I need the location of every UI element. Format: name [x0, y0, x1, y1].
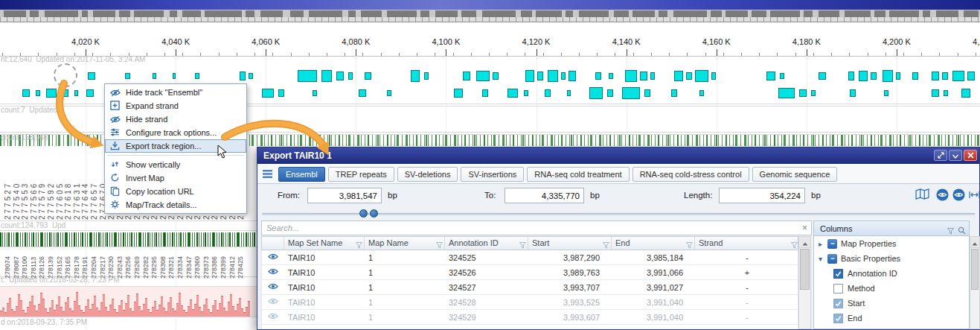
- tab-sv-insertions[interactable]: SV-insertions: [461, 167, 524, 182]
- menu-item-map-track-details[interactable]: Map/Track details...: [105, 198, 246, 212]
- table-row[interactable]: TAIR1013245273,993,7073,991,027-: [262, 280, 798, 295]
- scroll-up-button[interactable]: [799, 237, 810, 248]
- filter-funnel-icon[interactable]: [436, 240, 443, 250]
- column-header-end[interactable]: End: [612, 237, 695, 250]
- filter-funnel-icon[interactable]: [603, 240, 609, 250]
- menu-item-copy-location-url[interactable]: Copy location URL: [105, 185, 246, 198]
- menu-item-show-vertically[interactable]: Show vertically: [105, 158, 246, 171]
- tree-group-map-properties[interactable]: ▸Map Properties: [814, 236, 969, 251]
- ruler-label: 4,060 K: [252, 37, 280, 46]
- sliders-icon: [110, 127, 121, 138]
- filter-funnel-icon[interactable]: [791, 240, 798, 250]
- hide-all-eye-button[interactable]: [952, 188, 965, 204]
- menu-item-hide-strand[interactable]: Hide strand: [105, 112, 246, 126]
- gene-glyph: [482, 89, 488, 97]
- show-all-eye-button[interactable]: [936, 188, 949, 204]
- to-label: To:: [484, 191, 496, 200]
- row-visibility-eye-icon[interactable]: [262, 250, 284, 264]
- caret-right-icon[interactable]: ▸: [819, 240, 827, 248]
- tree-item-annotation-id[interactable]: Annotation ID: [814, 266, 969, 281]
- checkbox-label: Annotation ID: [848, 269, 897, 278]
- to-input[interactable]: [505, 188, 584, 203]
- gene-glyph: [952, 71, 964, 81]
- gene-glyph: [321, 70, 332, 82]
- checkbox[interactable]: [833, 299, 843, 308]
- filter-funnel-icon[interactable]: [947, 224, 954, 239]
- row-visibility-eye-icon[interactable]: [262, 265, 284, 279]
- chromosome-overview-bar[interactable]: [0, 10, 980, 22]
- coordinate-ruler[interactable]: 4,020 K4,040 K4,060 K4,080 K4,100 K4,120…: [0, 22, 980, 57]
- checkbox[interactable]: [833, 284, 843, 293]
- maximize-button[interactable]: [934, 150, 947, 161]
- tab-rna-seq-cold-stress-control[interactable]: RNA-seq cold-stress control: [632, 167, 749, 182]
- table-row[interactable]: TAIR1013245293,993,6073,991,040-: [262, 310, 798, 325]
- row-visibility-eye-icon[interactable]: [262, 295, 284, 309]
- filter-funnel-icon[interactable]: [356, 240, 362, 250]
- length-input[interactable]: [719, 188, 805, 203]
- gene-track-forward-strand[interactable]: [0, 69, 980, 83]
- from-input[interactable]: [307, 188, 382, 203]
- filter-funnel-icon[interactable]: [519, 240, 526, 250]
- menu-item-invert-map[interactable]: Invert Map: [105, 171, 246, 185]
- tree-item-start[interactable]: Start: [814, 296, 969, 311]
- slider-handle-right[interactable]: [370, 209, 378, 218]
- table-row[interactable]: TAIR1013245253,987,2903,985,184-: [262, 250, 798, 265]
- scrollbar-thumb[interactable]: [971, 249, 979, 290]
- from-unit-label: bp: [388, 191, 397, 200]
- clear-search-icon[interactable]: ×: [802, 223, 807, 233]
- tab-ensembl[interactable]: Ensembl: [278, 167, 325, 182]
- region-range-slider[interactable]: [257, 208, 979, 220]
- table-row[interactable]: TAIR1013245283,993,5253,991,040-: [262, 295, 798, 310]
- tab-rna-seq-cold-treatment[interactable]: RNA-seq cold treatment: [527, 167, 629, 182]
- export-tabs-bar: EnsemblTREP repeatsSV-deletionsSV-insert…: [257, 164, 979, 184]
- tree-group-basic-properties[interactable]: ▾Basic Properties: [814, 251, 969, 266]
- tab-sv-deletions[interactable]: SV-deletions: [397, 167, 458, 182]
- column-header-annotation-id[interactable]: Annotation ID: [445, 237, 528, 250]
- tab-trep-repeats[interactable]: TREP repeats: [328, 167, 394, 182]
- checkbox[interactable]: [833, 314, 843, 323]
- column-header-map-set-name[interactable]: Map Set Name: [284, 237, 365, 250]
- tree-item-end[interactable]: End: [814, 311, 969, 326]
- coverage-histogram-track[interactable]: [0, 287, 259, 317]
- close-button[interactable]: [964, 150, 977, 161]
- table-cell: TAIR10: [284, 310, 365, 324]
- scroll-up-button[interactable]: [970, 237, 979, 248]
- eye-icon: [268, 310, 278, 324]
- column-header-visibility[interactable]: [262, 237, 284, 250]
- tab-genomic-sequence[interactable]: Genomic sequence: [752, 167, 838, 182]
- dialog-titlebar[interactable]: Export TAIR10 1: [257, 147, 979, 164]
- fit-width-button[interactable]: [969, 188, 980, 202]
- gene-glyph: [336, 72, 344, 80]
- columns-panel-scrollbar[interactable]: [970, 236, 980, 329]
- row-visibility-eye-icon[interactable]: [262, 310, 284, 324]
- map-view-button[interactable]: [915, 188, 929, 203]
- window-controls: [934, 150, 977, 161]
- column-header-start[interactable]: Start: [528, 237, 612, 250]
- overview-density-segment: [845, 10, 871, 17]
- track-meta-text: t: Updated on:2018-03-28, 7:23 PM: [1, 276, 120, 284]
- menu-item-expand-strand[interactable]: Expand strand: [105, 99, 246, 112]
- menu-item-hide-track-ensembl[interactable]: Hide track "Ensembl": [105, 86, 246, 99]
- row-visibility-eye-icon[interactable]: [262, 280, 284, 294]
- column-header-strand[interactable]: Strand: [695, 237, 799, 250]
- caret-down-icon[interactable]: ▾: [819, 255, 827, 263]
- tree-item-method[interactable]: Method: [814, 281, 969, 296]
- arrows-v-icon: [110, 159, 121, 170]
- filter-funnel-icon[interactable]: [686, 240, 693, 250]
- window-menu-button[interactable]: [949, 150, 962, 161]
- dialog-body: × Map Set NameMap NameAnnotation IDStart…: [257, 220, 979, 329]
- position-label: 278256: [124, 256, 132, 279]
- overview-density-segment: [673, 10, 707, 17]
- menu-item-configure-track-options[interactable]: Configure track options...: [105, 126, 246, 139]
- table-scrollbar[interactable]: [798, 236, 811, 329]
- scrollbar-thumb[interactable]: [800, 249, 810, 290]
- search-input[interactable]: [262, 221, 811, 235]
- gene-glyph: [859, 71, 868, 81]
- slider-handle-left[interactable]: [359, 209, 368, 218]
- checkbox[interactable]: [833, 269, 843, 279]
- track-meta-text: nt:12,640 Updated on:2017-11-05, 3:24 AM: [1, 55, 145, 63]
- column-header-map-name[interactable]: Map Name: [365, 237, 445, 250]
- table-row[interactable]: TAIR1013245263,989,7633,991,066+: [262, 265, 798, 280]
- track-list-button[interactable]: [262, 168, 273, 182]
- search-icon[interactable]: [958, 224, 966, 239]
